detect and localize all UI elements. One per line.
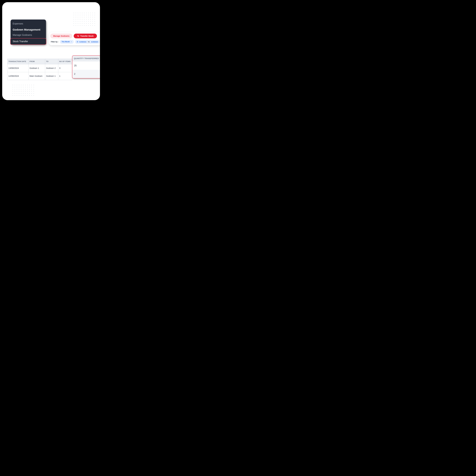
cell-date: 13/08/2024 — [7, 64, 29, 72]
table-header-row: TRANSACTION DATE FROM TO NO OF ITEMS — [7, 59, 72, 64]
chevron-down-icon — [71, 41, 72, 42]
quantity-transferred-panel: QUANTITY TRANSFERRED 25 2 — [72, 55, 100, 78]
transfer-stock-button[interactable]: Transfer Stock — [74, 34, 97, 38]
calendar-icon — [77, 41, 78, 43]
sidebar-section-godown[interactable]: Godown Management — [11, 26, 46, 33]
date-to: 31/08/2024 — [91, 41, 98, 43]
decor-dots-top — [73, 12, 96, 26]
swap-icon — [77, 35, 79, 37]
period-value: This Month — [62, 41, 70, 43]
filter-by-label: Filter by : — [50, 41, 59, 43]
col-header-items: NO OF ITEMS — [58, 59, 72, 64]
sidebar-item-manage-godowns[interactable]: Manage Godowns — [11, 33, 46, 37]
date-range-chip[interactable]: 01/08/2024 TO 31/08/2024 — [75, 40, 100, 44]
qty-cell: 2 — [72, 70, 100, 78]
cell-items: 1 — [58, 72, 72, 80]
date-from: 01/08/2024 — [79, 41, 86, 43]
screenshot-stage: Expenses Godown Management Manage Godown… — [2, 2, 100, 100]
svg-rect-0 — [77, 41, 78, 42]
qty-cell: 25 — [72, 61, 100, 70]
col-header-from: FROM — [29, 59, 45, 64]
sidebar-item-expenses[interactable]: Expenses — [11, 21, 46, 26]
date-separator: TO — [88, 41, 90, 43]
table-row[interactable]: 12/08/2024 Main Godown Godown 1 1 — [7, 72, 72, 80]
cell-items: 3 — [58, 64, 72, 72]
transfer-table: TRANSACTION DATE FROM TO NO OF ITEMS 13/… — [7, 59, 72, 80]
sidebar-item-stock-transfer[interactable]: Stock Transfer — [10, 38, 46, 45]
col-header-to: TO — [45, 59, 58, 64]
period-dropdown[interactable]: This Month — [60, 40, 74, 44]
manage-godowns-button[interactable]: Manage Godowns — [50, 34, 72, 38]
toolbar-panel: Manage Godowns Transfer Stock Filter by … — [49, 32, 100, 45]
col-header-qty: QUANTITY TRANSFERRED — [72, 56, 100, 61]
sidebar-nav: Expenses Godown Management Manage Godown… — [11, 19, 46, 44]
col-header-date: TRANSACTION DATE — [7, 59, 29, 64]
transfer-stock-label: Transfer Stock — [80, 35, 94, 37]
cell-from: Godown 1 — [29, 64, 45, 72]
cell-date: 12/08/2024 — [7, 72, 29, 80]
cell-to: Godown 1 — [45, 72, 58, 80]
table-row[interactable]: 13/08/2024 Godown 1 Godown 2 3 — [7, 64, 72, 72]
decor-dots-bottom — [12, 84, 34, 97]
cell-to: Godown 2 — [45, 64, 58, 72]
cell-from: Main Godown — [29, 72, 45, 80]
manage-godowns-label: Manage Godowns — [53, 35, 69, 37]
